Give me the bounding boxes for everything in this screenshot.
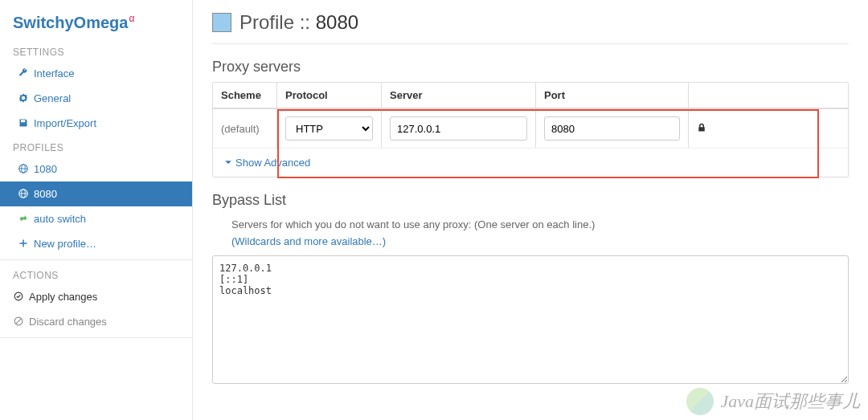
col-port: Port [536, 83, 689, 108]
col-lock [689, 83, 716, 108]
sidebar-item-import-export[interactable]: Import/Export [0, 111, 192, 136]
actions-header: ACTIONS [0, 263, 192, 284]
ban-circle-icon [13, 316, 24, 326]
watermark-text: Java面试那些事儿 [720, 389, 860, 414]
page-title-row: Profile :: 8080 [212, 11, 849, 44]
sidebar-item-label: 8080 [34, 188, 57, 200]
profiles-header: PROFILES [0, 136, 192, 157]
sidebar-item-label: Import/Export [34, 117, 96, 129]
action-label: Apply changes [29, 291, 97, 303]
apply-changes-button[interactable]: Apply changes [0, 284, 192, 309]
brand-name: SwitchyOmega [13, 14, 128, 31]
server-input[interactable] [390, 116, 527, 141]
protocol-select[interactable]: HTTP [285, 116, 373, 141]
bypass-wildcards-link[interactable]: (Wildcards and more available…) [231, 235, 386, 247]
settings-header: SETTINGS [0, 40, 192, 61]
show-advanced-toggle[interactable]: Show Advanced [213, 148, 848, 177]
sidebar-item-profile-auto-switch[interactable]: auto switch [0, 206, 192, 231]
divider [0, 259, 192, 260]
col-protocol: Protocol [277, 83, 382, 108]
page-title: Profile :: 8080 [240, 11, 358, 34]
main-panel: Profile :: 8080 Proxy servers Scheme Pro… [193, 0, 868, 420]
profile-color-swatch[interactable] [212, 13, 231, 32]
watermark: Java面试那些事儿 [686, 388, 860, 415]
table-row: (default) HTTP [213, 109, 848, 148]
col-server: Server [382, 83, 536, 108]
sidebar-item-profile-8080[interactable]: 8080 [0, 181, 192, 206]
sidebar-item-interface[interactable]: Interface [0, 61, 192, 86]
plus-icon [18, 239, 29, 248]
sidebar-item-label: New profile… [34, 238, 96, 250]
globe-icon [18, 164, 29, 173]
save-icon [18, 118, 29, 128]
brand-sup: α [129, 13, 134, 24]
title-prefix: Profile :: [240, 11, 316, 33]
wrench-icon [18, 68, 29, 78]
discard-changes-button[interactable]: Discard changes [0, 309, 192, 334]
sidebar-item-label: auto switch [34, 213, 86, 225]
sidebar-item-label: 1080 [34, 163, 57, 175]
sidebar-item-label: General [34, 92, 71, 104]
chevron-down-icon [224, 157, 232, 169]
sidebar-item-profile-1080[interactable]: 1080 [0, 157, 192, 181]
svg-line-8 [16, 319, 22, 324]
watermark-logo-icon [686, 388, 714, 415]
brand-logo: SwitchyOmegaα [0, 0, 192, 40]
lock-icon[interactable] [697, 122, 706, 135]
action-label: Discard changes [29, 316, 107, 328]
divider [0, 337, 192, 338]
gear-icon [18, 93, 29, 103]
proxy-servers-table: Scheme Protocol Server Port (default) HT… [212, 82, 849, 177]
table-header-row: Scheme Protocol Server Port [213, 83, 848, 109]
bypass-list-header: Bypass List [212, 192, 849, 209]
profile-name: 8080 [316, 11, 358, 33]
sidebar-item-new-profile[interactable]: New profile… [0, 231, 192, 256]
show-advanced-label: Show Advanced [235, 157, 310, 169]
bypass-description: Servers for which you do not want to use… [212, 215, 849, 232]
scheme-default: (default) [213, 109, 277, 148]
proxy-servers-header: Proxy servers [212, 59, 849, 75]
sidebar-item-label: Interface [34, 67, 75, 80]
check-circle-icon [13, 292, 24, 301]
bypass-list-textarea[interactable] [212, 255, 849, 384]
port-input[interactable] [544, 116, 680, 141]
sidebar: SwitchyOmegaα SETTINGS Interface General… [0, 0, 193, 420]
sidebar-item-general[interactable]: General [0, 86, 192, 111]
col-scheme: Scheme [213, 83, 277, 108]
retweet-icon [18, 214, 29, 223]
globe-icon [18, 189, 29, 198]
